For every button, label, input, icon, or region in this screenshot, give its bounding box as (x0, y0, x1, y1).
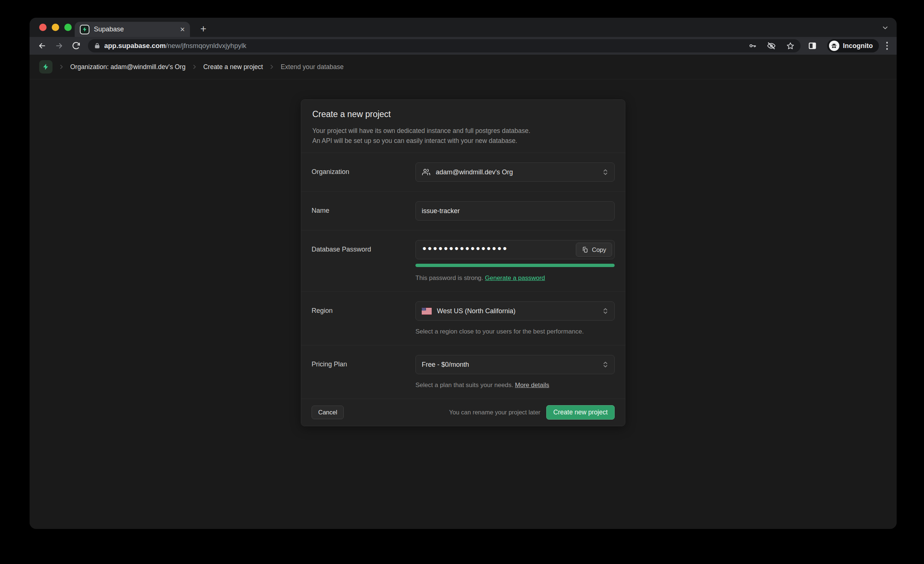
minimize-window-button[interactable] (52, 24, 59, 31)
supabase-page: Organization: adam@windmill.dev's Org Cr… (30, 55, 897, 529)
close-window-button[interactable] (39, 24, 46, 31)
pricing-helper-text: Select a plan that suits your needs. (416, 381, 513, 389)
page-content: Create a new project Your project will h… (30, 79, 897, 426)
organization-row: Organization adam@windmill.dev's Org (301, 153, 625, 191)
create-project-card: Create a new project Your project will h… (301, 99, 626, 426)
copy-password-button[interactable]: Copy (576, 243, 612, 257)
bookmark-star-icon[interactable] (786, 42, 795, 50)
tab-strip: Supabase × + (30, 18, 897, 37)
browser-toolbar: app.supabase.com/new/jfnsmqoynldvxjyhpyl… (30, 37, 897, 55)
reload-button[interactable] (69, 39, 84, 53)
copy-icon (582, 246, 588, 253)
rename-note: You can rename your project later (449, 409, 540, 416)
page-title: Create a new project (312, 109, 614, 119)
organization-value: adam@windmill.dev's Org (436, 168, 597, 176)
pricing-helper: Select a plan that suits your needs. Mor… (416, 381, 615, 389)
browser-window: Supabase × + app.supabase.com/new/jfnsmq… (30, 18, 897, 529)
card-description-line1: Your project will have its own dedicated… (312, 126, 614, 136)
more-details-link[interactable]: More details (515, 381, 549, 389)
region-helper: Select a region close to your users for … (416, 328, 615, 335)
browser-tab-supabase[interactable]: Supabase × (75, 22, 190, 37)
browser-menu-icon[interactable] (886, 42, 888, 50)
window-controls (39, 24, 72, 31)
password-label: Database Password (312, 240, 416, 282)
pricing-select[interactable]: Free - $0/month (416, 355, 615, 374)
chevron-right-icon (192, 64, 197, 70)
region-select[interactable]: West US (North California) (416, 301, 615, 320)
us-flag-icon (422, 308, 432, 315)
supabase-favicon-icon (80, 25, 90, 34)
name-input[interactable]: issue-tracker (416, 201, 615, 220)
chevron-right-icon (58, 64, 64, 70)
password-helper: This password is strong. Generate a pass… (416, 274, 615, 282)
eye-off-icon[interactable] (767, 41, 776, 50)
password-key-icon[interactable] (748, 42, 757, 50)
incognito-label: Incognito (843, 42, 873, 50)
chevron-right-icon (269, 64, 274, 70)
tab-title: Supabase (94, 25, 176, 33)
region-field-group: West US (North California) Select a regi… (416, 301, 615, 335)
password-strength-text: This password is strong. (416, 274, 483, 281)
url-text: app.supabase.com/new/jfnsmqoynldvxjyhpyl… (104, 42, 738, 50)
users-icon (422, 168, 430, 177)
maximize-window-button[interactable] (64, 24, 72, 31)
forward-button[interactable] (52, 39, 66, 53)
pricing-field-group: Free - $0/month Select a plan that suits… (416, 355, 615, 389)
name-value: issue-tracker (422, 207, 608, 215)
region-value: West US (North California) (437, 307, 597, 315)
incognito-spy-icon (829, 40, 839, 51)
create-project-button[interactable]: Create new project (546, 405, 615, 420)
password-strength-bar (416, 264, 615, 267)
generate-password-link[interactable]: Generate a password (485, 274, 545, 281)
tab-close-icon[interactable]: × (180, 25, 185, 34)
cancel-button[interactable]: Cancel (312, 405, 344, 419)
card-footer: Cancel You can rename your project later… (301, 398, 625, 426)
organization-label: Organization (312, 163, 416, 182)
select-chevrons-icon (603, 307, 608, 315)
password-row: Database Password •••••••••••••••• Copy (301, 230, 625, 292)
pricing-value: Free - $0/month (422, 361, 597, 369)
tab-search-chevron-icon[interactable] (882, 24, 888, 31)
breadcrumb-organization[interactable]: Organization: adam@windmill.dev's Org (70, 63, 186, 71)
name-row: Name issue-tracker (301, 191, 625, 230)
breadcrumb: Organization: adam@windmill.dev's Org Cr… (30, 55, 897, 79)
card-description-line2: An API will be set up so you can easily … (312, 136, 614, 146)
select-chevrons-icon (603, 361, 608, 368)
side-panel-icon[interactable] (805, 39, 820, 53)
copy-label: Copy (592, 246, 606, 253)
pricing-row: Pricing Plan Free - $0/month Select a pl… (301, 345, 625, 398)
breadcrumb-extend-database[interactable]: Extend your database (280, 63, 344, 71)
pricing-label: Pricing Plan (312, 355, 416, 389)
breadcrumb-create-project[interactable]: Create a new project (203, 63, 263, 71)
region-label: Region (312, 301, 416, 335)
password-masked-value: •••••••••••••••• (423, 243, 508, 254)
organization-select[interactable]: adam@windmill.dev's Org (416, 163, 615, 182)
select-chevrons-icon (603, 168, 608, 176)
secure-lock-icon[interactable] (94, 42, 100, 49)
name-label: Name (312, 201, 416, 220)
address-bar[interactable]: app.supabase.com/new/jfnsmqoynldvxjyhpyl… (88, 39, 801, 52)
new-tab-button[interactable]: + (197, 24, 209, 34)
region-row: Region West US (North California) Select… (301, 292, 625, 345)
card-description: Your project will have its own dedicated… (312, 126, 614, 146)
footer-right: You can rename your project later Create… (449, 405, 615, 420)
back-button[interactable] (35, 39, 50, 53)
password-field-group: •••••••••••••••• Copy This password is s… (416, 240, 615, 282)
supabase-logo-icon[interactable] (39, 60, 52, 73)
incognito-badge: Incognito (827, 39, 879, 52)
card-header: Create a new project Your project will h… (301, 100, 625, 153)
